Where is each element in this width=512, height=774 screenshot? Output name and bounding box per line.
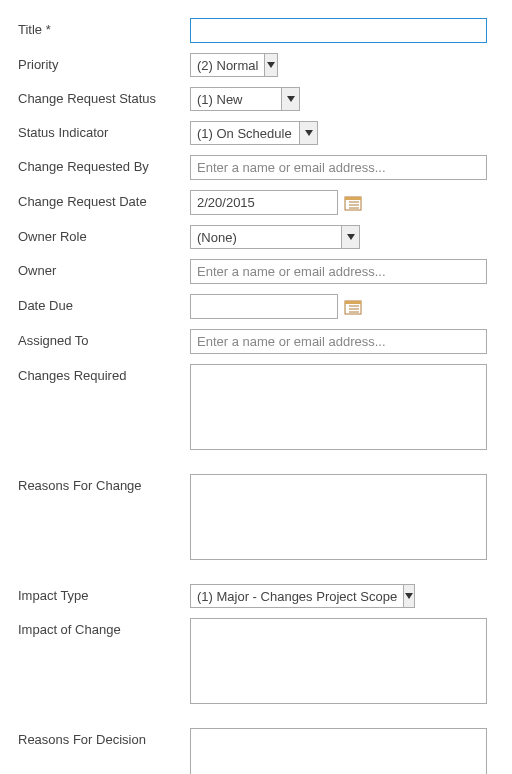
chevron-down-icon — [281, 88, 299, 110]
chevron-down-icon — [264, 54, 277, 76]
title-label: Title * — [18, 18, 190, 37]
impact-type-label: Impact Type — [18, 584, 190, 603]
svg-rect-10 — [345, 301, 361, 304]
owner-label: Owner — [18, 259, 190, 278]
reasons-decision-label: Reasons For Decision — [18, 728, 190, 747]
impact-of-change-textarea[interactable] — [190, 618, 487, 704]
owner-role-label: Owner Role — [18, 225, 190, 244]
impact-type-select[interactable]: (1) Major - Changes Project Scope — [190, 584, 415, 608]
assigned-to-input[interactable] — [190, 329, 487, 354]
svg-marker-14 — [405, 593, 413, 599]
title-input[interactable] — [190, 18, 487, 43]
owner-role-select[interactable]: (None) — [190, 225, 360, 249]
reasons-decision-textarea[interactable] — [190, 728, 487, 774]
requested-by-label: Change Requested By — [18, 155, 190, 174]
request-date-input[interactable] — [190, 190, 338, 215]
svg-rect-4 — [345, 197, 361, 200]
date-due-input[interactable] — [190, 294, 338, 319]
priority-label: Priority — [18, 53, 190, 72]
svg-marker-8 — [347, 234, 355, 240]
svg-marker-2 — [305, 130, 313, 136]
request-date-label: Change Request Date — [18, 190, 190, 209]
requested-by-input[interactable] — [190, 155, 487, 180]
reasons-change-label: Reasons For Change — [18, 474, 190, 493]
date-due-label: Date Due — [18, 294, 190, 313]
status-label: Change Request Status — [18, 87, 190, 106]
calendar-icon[interactable] — [344, 298, 362, 316]
svg-marker-0 — [267, 62, 275, 68]
svg-marker-1 — [287, 96, 295, 102]
required-indicator: * — [46, 22, 51, 37]
indicator-select[interactable]: (1) On Schedule — [190, 121, 318, 145]
priority-select[interactable]: (2) Normal — [190, 53, 278, 77]
status-select[interactable]: (1) New — [190, 87, 300, 111]
chevron-down-icon — [403, 585, 414, 607]
chevron-down-icon — [341, 226, 359, 248]
changes-required-textarea[interactable] — [190, 364, 487, 450]
reasons-change-textarea[interactable] — [190, 474, 487, 560]
changes-required-label: Changes Required — [18, 364, 190, 383]
chevron-down-icon — [299, 122, 317, 144]
calendar-icon[interactable] — [344, 194, 362, 212]
assigned-to-label: Assigned To — [18, 329, 190, 348]
impact-of-change-label: Impact of Change — [18, 618, 190, 637]
owner-input[interactable] — [190, 259, 487, 284]
indicator-label: Status Indicator — [18, 121, 190, 140]
